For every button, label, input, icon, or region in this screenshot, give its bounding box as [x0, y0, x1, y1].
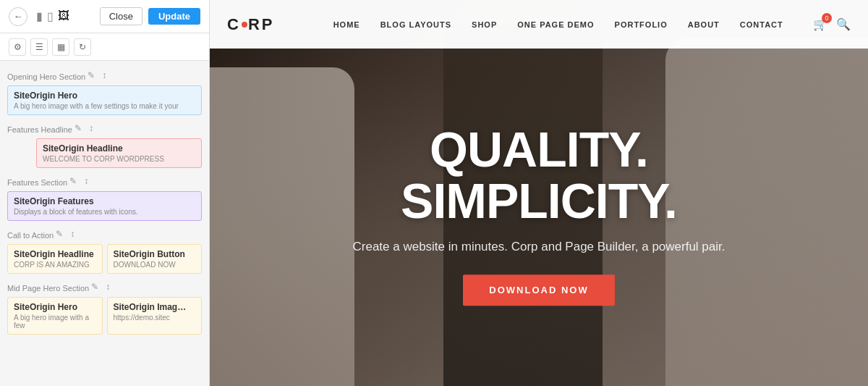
tablet-icon[interactable]: ▯	[47, 9, 54, 23]
left-panel: ← ▮ ▯ 🖼 Close Update ⚙ ☰ ▦ ↻ Opening Her…	[0, 0, 210, 386]
mid-page-widgets-row: SiteOrigin Hero A big hero image with a …	[7, 297, 202, 335]
mid-page-hero-label: Mid Page Hero Section	[7, 284, 89, 293]
edit-opening-hero-button[interactable]: ✎	[85, 70, 97, 81]
headline-widget[interactable]: SiteOrigin Headline WELCOME TO CORP WORD…	[36, 138, 202, 168]
nav-portfolio[interactable]: PORTFOLIO	[615, 20, 668, 29]
features-headline-label: Features Headline	[7, 125, 72, 134]
toolbar-top: ← ▮ ▯ 🖼 Close Update	[0, 0, 209, 33]
logo-dot	[242, 22, 247, 28]
features-headline-actions: ✎ ↕	[72, 122, 97, 134]
features-section-label: Features Section	[7, 178, 67, 187]
headline-widget-title: SiteOrigin Headline	[43, 143, 195, 154]
features-headline-header: Features Headline ✎ ↕	[7, 119, 202, 137]
cta-headline-desc: CORP IS AN AMAZING	[14, 261, 96, 269]
cart-badge: 0	[822, 13, 832, 23]
cta-headline-widget[interactable]: SiteOrigin Headline CORP IS AN AMAZING	[7, 244, 103, 274]
close-button[interactable]: Close	[100, 7, 142, 25]
history-icon[interactable]: ↻	[74, 38, 91, 56]
mid-hero-widget[interactable]: SiteOrigin Hero A big hero image with a …	[7, 297, 103, 335]
nav-links: HOME BLOG LAYOUTS SHOP ONE PAGE DEMO POR…	[303, 20, 813, 29]
features-widget[interactable]: SiteOrigin Features Displays a block of …	[7, 191, 202, 221]
edit-mid-hero-button[interactable]: ✎	[89, 281, 101, 293]
cta-headline-title: SiteOrigin Headline	[14, 249, 96, 259]
grid-icon[interactable]: ▦	[52, 38, 69, 56]
toolbar-second: ⚙ ☰ ▦ ↻	[0, 33, 209, 61]
mid-page-hero-actions: ✎ ↕	[89, 281, 114, 293]
settings-icon[interactable]: ⚙	[9, 38, 26, 56]
nav-about[interactable]: ABOUT	[688, 20, 720, 29]
update-button[interactable]: Update	[148, 8, 200, 25]
move-features-headline-button[interactable]: ↕	[85, 122, 97, 134]
edit-features-section-button[interactable]: ✎	[67, 175, 79, 187]
nav-shop[interactable]: SHOP	[472, 20, 497, 29]
move-mid-hero-button[interactable]: ↕	[102, 281, 114, 293]
site-logo: CRP	[227, 15, 274, 34]
edit-features-headline-button[interactable]: ✎	[72, 122, 84, 134]
hero-subtitle: Create a website in minutes. Corp and Pa…	[286, 240, 792, 255]
headline-widget-desc: WELCOME TO CORP WORDPRESS	[43, 155, 195, 163]
hero-widget-desc: A big hero image with a few settings to …	[14, 102, 195, 110]
website-preview: CRP HOME BLOG LAYOUTS SHOP ONE PAGE DEMO…	[210, 0, 868, 386]
mid-page-hero-header: Mid Page Hero Section ✎ ↕	[7, 278, 202, 295]
move-features-section-button[interactable]: ↕	[80, 175, 92, 187]
mid-hero-desc: A big hero image with a few	[14, 314, 96, 330]
nav-contact[interactable]: CONTACT	[740, 20, 783, 29]
mid-image-title: SiteOrigin Imag…	[114, 302, 196, 312]
features-widget-title: SiteOrigin Features	[14, 196, 195, 206]
nav-home[interactable]: HOME	[333, 20, 360, 29]
hero-title: QUALITY. SIMPLICITY.	[286, 124, 792, 227]
hero-download-button[interactable]: DOWNLOAD NOW	[463, 275, 614, 306]
mobile-icon[interactable]: ▮	[36, 9, 43, 23]
list-icon[interactable]: ☰	[30, 38, 48, 56]
cta-button-widget[interactable]: SiteOrigin Button DOWNLOAD NOW	[107, 244, 203, 274]
desktop-icon[interactable]: 🖼	[58, 9, 69, 23]
cart-icon[interactable]: 🛒 0	[813, 17, 827, 31]
panel-content: Opening Hero Section ✎ ↕ SiteOrigin Hero…	[0, 61, 209, 386]
back-button[interactable]: ←	[9, 7, 27, 26]
call-to-action-actions: ✎ ↕	[54, 228, 78, 240]
search-icon[interactable]: 🔍	[836, 17, 851, 31]
cta-button-title: SiteOrigin Button	[114, 249, 196, 259]
mid-hero-title: SiteOrigin Hero	[14, 302, 96, 312]
hero-content: QUALITY. SIMPLICITY. Create a website in…	[286, 124, 792, 306]
features-section-header: Features Section ✎ ↕	[7, 172, 202, 190]
call-to-action-header: Call to Action ✎ ↕	[7, 225, 202, 243]
move-cta-button[interactable]: ↕	[67, 228, 78, 240]
opening-hero-header: Opening Hero Section ✎ ↕	[7, 67, 202, 84]
nav-one-page-demo[interactable]: ONE PAGE DEMO	[517, 20, 594, 29]
device-icons: ▮ ▯ 🖼	[36, 9, 69, 23]
move-opening-hero-button[interactable]: ↕	[98, 70, 110, 81]
mid-image-widget[interactable]: SiteOrigin Imag… https://demo.sitec	[107, 297, 203, 335]
cta-button-desc: DOWNLOAD NOW	[114, 261, 196, 269]
features-section-actions: ✎ ↕	[67, 175, 92, 187]
nav-icons: 🛒 0 🔍	[813, 17, 851, 31]
features-widget-desc: Displays a block of features with icons.	[14, 208, 195, 216]
opening-hero-actions: ✎ ↕	[85, 70, 110, 81]
call-to-action-label: Call to Action	[7, 231, 54, 240]
edit-cta-button[interactable]: ✎	[54, 228, 65, 240]
hero-widget[interactable]: SiteOrigin Hero A big hero image with a …	[7, 85, 202, 115]
nav-blog-layouts[interactable]: BLOG LAYOUTS	[380, 20, 451, 29]
opening-hero-label: Opening Hero Section	[7, 72, 85, 81]
cta-widgets-row: SiteOrigin Headline CORP IS AN AMAZING S…	[7, 244, 202, 274]
nav-bar: CRP HOME BLOG LAYOUTS SHOP ONE PAGE DEMO…	[210, 0, 868, 49]
mid-image-desc: https://demo.sitec	[114, 314, 196, 322]
hero-widget-title: SiteOrigin Hero	[14, 91, 195, 101]
